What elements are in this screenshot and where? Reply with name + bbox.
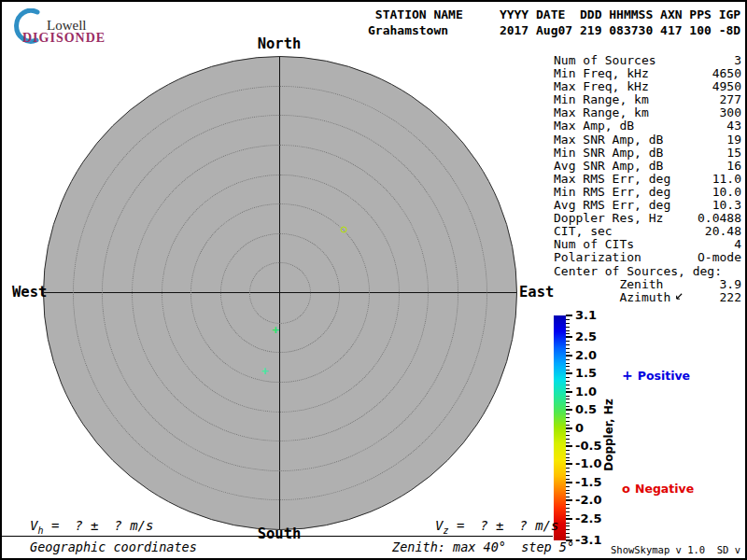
stat-label: Max Range, km (554, 106, 649, 119)
source-marker (341, 226, 347, 232)
colorbar-tick-label: 0.5 (575, 402, 597, 416)
colorbar-major-tick (566, 355, 572, 357)
horizontal-velocity-readout: Vh = ? ± ? m/s (30, 518, 153, 536)
stat-value: O-mode (641, 251, 741, 264)
stat-row: Num of Sources3 (554, 54, 741, 67)
stat-row: Center of Sources, deg: (554, 265, 741, 278)
colorbar-minor-tick (566, 396, 570, 397)
stat-label: Min SNR Amp, dB (554, 147, 663, 160)
legend-negative: oNegative (622, 482, 694, 496)
colorbar-tick-label: 2.5 (575, 329, 597, 343)
colorbar-tick-label: -0.5 (575, 439, 601, 453)
colorbar-minor-tick (566, 511, 570, 512)
colorbar-minor-tick (566, 344, 570, 345)
colorbar-minor-tick (566, 402, 570, 403)
colorbar-tick-label: 1.0 (575, 385, 597, 399)
colorbar-minor-tick (566, 377, 570, 378)
stat-value: 16 (663, 160, 741, 173)
colorbar-minor-tick (566, 490, 570, 491)
compass-south-label: South (258, 525, 302, 542)
legend-positive: +Positive (622, 368, 690, 383)
colorbar-minor-tick (566, 370, 570, 371)
colorbar-tick-label: 0 (575, 421, 584, 435)
stat-value: 11.0 (670, 173, 741, 186)
source-marker: + (261, 364, 269, 378)
station-header: STATION NAME YYYY DATE DDD HHMMSS AXN PP… (368, 7, 740, 38)
colorbar-major-tick (566, 445, 572, 447)
colorbar-minor-tick (566, 363, 570, 364)
compass-north-label: North (258, 35, 302, 52)
colorbar-major-tick (566, 391, 572, 393)
colorbar-minor-tick (566, 323, 570, 324)
colorbar-tick-label: -3.1 (575, 533, 601, 547)
zenith-ring (73, 86, 488, 501)
legend-positive-label: Positive (638, 369, 690, 383)
legend-negative-label: Negative (635, 482, 694, 496)
compass-east-label: East (519, 284, 554, 301)
stat-value: 15 (663, 147, 741, 160)
stat-value: 43 (634, 119, 741, 133)
stat-label: Polarization (554, 251, 641, 264)
stat-label: Center of Sources, deg: (554, 265, 722, 278)
colorbar-major-tick (566, 482, 572, 483)
colorbar-minor-tick (566, 468, 570, 469)
stat-label: Zenith (554, 278, 663, 291)
stat-value: 277 (649, 93, 741, 106)
stat-label: Azimuth (554, 291, 670, 304)
stat-row: PolarizationO-mode (554, 251, 741, 264)
colorbar-major-tick (566, 463, 572, 465)
stat-value: 10.0 (670, 186, 741, 199)
stat-value: 222 (684, 291, 741, 304)
colorbar-minor-tick (566, 471, 570, 472)
stat-row: Min Freq, kHz4650 (554, 67, 741, 80)
software-version-label: ShowSkymap v 1.0 SD v 5.1 (611, 544, 747, 555)
colorbar-tick-label: -2.0 (575, 493, 601, 507)
stat-value: 4650 (649, 67, 741, 80)
colorbar-minor-tick (566, 454, 570, 455)
stat-label: Max RMS Err, deg (554, 173, 670, 186)
colorbar-minor-tick (566, 475, 570, 476)
colorbar-minor-tick (566, 399, 570, 399)
stat-row: Avg RMS Err, deg10.3 (554, 199, 741, 212)
stat-value: 0.0488 (663, 212, 741, 225)
stat-row: Azimuth222 (554, 291, 741, 304)
stat-row: Avg SNR Amp, dB16 (554, 160, 741, 173)
stat-label: Max Freq, kHz (554, 80, 649, 93)
colorbar-minor-tick (566, 442, 570, 443)
colorbar-minor-tick (566, 457, 570, 458)
colorbar-minor-tick (566, 523, 570, 524)
negative-marker-icon: o (622, 482, 630, 496)
colorbar-minor-tick (566, 341, 570, 342)
stat-row: Min RMS Err, deg10.0 (554, 186, 741, 199)
colorbar-tick-label: 2.0 (575, 348, 597, 362)
colorbar-minor-tick (566, 359, 570, 360)
stat-value: 4 (634, 238, 741, 251)
colorbar-minor-tick (566, 421, 570, 422)
colorbar-major-tick (566, 409, 572, 411)
stat-label: Max Amp, dB (554, 119, 634, 133)
colorbar-major-tick (566, 336, 572, 338)
footer-divider (2, 536, 553, 537)
colorbar-major-tick (566, 372, 572, 374)
colorbar-minor-tick (566, 515, 570, 516)
colorbar-minor-tick (566, 327, 570, 328)
stat-value: 4950 (649, 80, 741, 93)
colorbar-minor-tick (566, 450, 570, 451)
vh-value: = ? ± ? m/s (43, 518, 153, 533)
colorbar-minor-tick (566, 533, 570, 534)
colorbar-minor-tick (566, 406, 570, 407)
colorbar-title: Doppler, Hz (602, 399, 615, 471)
stat-label: Min Freq, kHz (554, 67, 649, 80)
lowell-digisonde-logo: Lowell DIGISONDE (9, 7, 121, 46)
stat-label: Num of Sources (554, 54, 656, 67)
station-header-values: Grahamstown 2017 Aug07 219 083730 417 10… (368, 23, 740, 37)
colorbar-minor-tick (566, 348, 570, 349)
colorbar-minor-tick (566, 417, 570, 418)
vz-value: = ? ± ? m/s (448, 518, 558, 533)
stat-label: Min Range, km (554, 93, 649, 106)
stat-label: Doppler Res, Hz (554, 212, 663, 225)
colorbar-major-tick (566, 499, 572, 501)
stat-row: Max Range, km300 (554, 106, 741, 119)
colorbar-minor-tick (566, 537, 570, 538)
colorbar-minor-tick (566, 388, 570, 389)
